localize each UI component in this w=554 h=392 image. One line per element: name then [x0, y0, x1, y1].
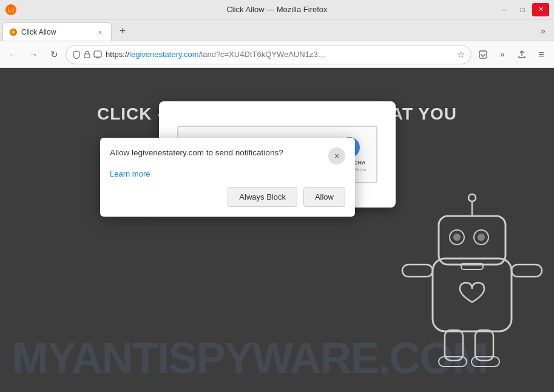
- title-bar-left: [5, 4, 17, 16]
- url-path: /land?c=XU4DtT6kQYWeAUN1z3…: [199, 50, 326, 59]
- notif-question: Allow legivenestatery.com to send notifi…: [110, 147, 328, 159]
- url-protocol: https://: [106, 50, 129, 59]
- robot-illustration: [384, 161, 554, 392]
- svg-rect-20: [475, 330, 493, 360]
- tab-bar: Click Allow × + »: [0, 19, 554, 41]
- notification-permission-popup: Allow legivenestatery.com to send notifi…: [100, 138, 355, 217]
- svg-rect-9: [439, 216, 505, 265]
- close-window-button[interactable]: ✕: [532, 3, 549, 16]
- shield-icon: [72, 50, 81, 59]
- nav-bar: ← → ↻: [0, 41, 554, 68]
- svg-rect-17: [402, 265, 433, 277]
- svg-point-3: [12, 30, 15, 34]
- extension-button[interactable]: [513, 46, 531, 64]
- notification-permission-icon: [93, 50, 102, 59]
- url-domain: legivenestatery.com: [129, 50, 199, 59]
- notif-header: Allow legivenestatery.com to send notifi…: [110, 147, 345, 164]
- learn-more-link[interactable]: Learn more: [110, 169, 345, 178]
- upload-icon: [517, 50, 527, 59]
- browser-window: Click Allow — Mozilla Firefox ─ □ ✕ Clic…: [0, 0, 554, 392]
- tab-label: Click Allow: [21, 28, 92, 36]
- extensions-overflow-button[interactable]: »: [493, 46, 512, 64]
- firefox-logo-icon: [5, 4, 17, 16]
- forward-button[interactable]: →: [24, 46, 42, 64]
- bookmark-star-icon[interactable]: ☆: [457, 49, 465, 60]
- notif-close-button[interactable]: ×: [328, 147, 345, 164]
- allow-button[interactable]: Allow: [303, 187, 345, 207]
- back-button[interactable]: ←: [4, 46, 22, 64]
- svg-point-11: [453, 234, 461, 241]
- tab-favicon-icon: [9, 28, 18, 36]
- pocket-icon: [478, 50, 488, 59]
- address-bar-icons: [72, 50, 102, 59]
- menu-button[interactable]: ≡: [532, 46, 550, 64]
- minimize-button[interactable]: ─: [496, 3, 513, 16]
- title-bar-controls: ─ □ ✕: [496, 3, 549, 16]
- address-bar[interactable]: https://legivenestatery.com/land?c=XU4Dt…: [66, 45, 471, 64]
- svg-point-13: [478, 234, 485, 241]
- url-display[interactable]: https://legivenestatery.com/land?c=XU4Dt…: [106, 50, 453, 59]
- svg-rect-4: [84, 54, 90, 58]
- robot-svg: [384, 161, 554, 392]
- always-block-button[interactable]: Always Block: [228, 187, 297, 207]
- svg-point-16: [468, 194, 476, 201]
- pocket-button[interactable]: [474, 46, 492, 64]
- svg-rect-6: [479, 51, 487, 58]
- active-tab[interactable]: Click Allow ×: [2, 22, 112, 41]
- svg-rect-19: [445, 330, 463, 360]
- lock-icon: [83, 50, 91, 58]
- nav-right-buttons: » ≡: [474, 46, 550, 64]
- tab-overflow-button[interactable]: »: [535, 22, 552, 39]
- reload-button[interactable]: ↻: [45, 46, 63, 64]
- page-content: MYANTISPYWARE.COM CLICK «ALLOW» TO CONFI…: [0, 68, 554, 392]
- tab-close-button[interactable]: ×: [95, 27, 105, 37]
- svg-rect-18: [512, 265, 542, 277]
- title-bar: Click Allow — Mozilla Firefox ─ □ ✕: [0, 0, 554, 19]
- notif-buttons: Always Block Allow: [110, 187, 345, 207]
- new-tab-button[interactable]: +: [114, 22, 131, 39]
- maximize-button[interactable]: □: [514, 3, 531, 16]
- svg-rect-5: [94, 51, 101, 57]
- browser-title: Click Allow — Mozilla Firefox: [226, 5, 327, 14]
